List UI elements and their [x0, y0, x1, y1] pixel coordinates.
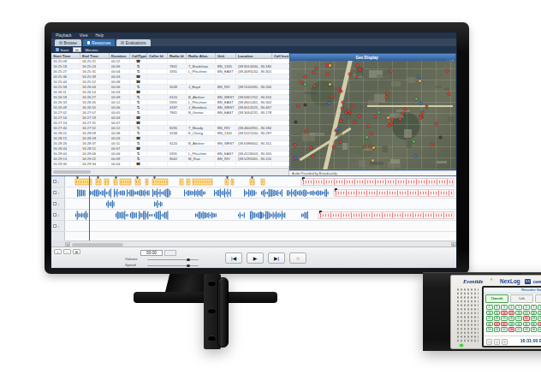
- channel-cell[interactable]: 40: [486, 322, 493, 327]
- table-row[interactable]: 16:29:3016:29:3400:04☎: [51, 162, 288, 167]
- channel-cell[interactable]: 17: [508, 311, 515, 316]
- lcd-tab-alarms[interactable]: Alarms: [535, 294, 541, 303]
- menu-icon[interactable]: ≡: [502, 339, 508, 345]
- waveform-canvas[interactable]: [65, 176, 456, 241]
- map-marker-orange[interactable]: [329, 83, 331, 86]
- menu-item-help[interactable]: Help: [96, 33, 104, 39]
- back-icon[interactable]: ◁: [486, 339, 492, 345]
- channel-cell[interactable]: 15: [494, 311, 501, 316]
- channel-cell[interactable]: 43: [508, 322, 515, 327]
- channel-cell[interactable]: 59: [531, 327, 538, 332]
- record-button[interactable]: ○: [289, 252, 306, 264]
- map-marker-red[interactable]: [326, 73, 329, 75]
- channel-cell[interactable]: 20: [531, 311, 538, 316]
- column-header-unit[interactable]: Unit: [216, 53, 236, 58]
- map-marker-red[interactable]: [370, 133, 372, 135]
- map-marker-red[interactable]: [421, 111, 424, 114]
- lcd-touchscreen[interactable]: Recorder Status ChannelsCallsAlarmsSetup…: [482, 286, 541, 347]
- map-marker-red[interactable]: [315, 67, 318, 69]
- menu-item-view[interactable]: View: [80, 33, 88, 39]
- channel-cell[interactable]: 4: [508, 305, 515, 310]
- map-marker-red[interactable]: [354, 121, 356, 123]
- channel-cell[interactable]: 30: [508, 316, 515, 321]
- map-marker-red[interactable]: [304, 75, 306, 78]
- map-marker-blue[interactable]: [294, 157, 297, 159]
- track-checkbox[interactable]: [53, 180, 56, 183]
- map-marker-blue[interactable]: [419, 102, 422, 104]
- channel-cell[interactable]: 33: [531, 316, 538, 321]
- channel-cell[interactable]: 54: [494, 327, 501, 332]
- channel-cell[interactable]: 60: [538, 327, 541, 332]
- track-audio-icon[interactable]: ♪: [57, 180, 59, 184]
- channel-cell[interactable]: 47: [538, 322, 541, 327]
- zoom-out-icon[interactable]: −: [63, 249, 71, 254]
- track-audio-icon[interactable]: ♪: [57, 191, 59, 195]
- map-marker-red[interactable]: [313, 85, 316, 87]
- map-marker-red[interactable]: [341, 107, 343, 110]
- track-checkbox[interactable]: [53, 191, 56, 194]
- map-marker-dark[interactable]: [304, 104, 306, 106]
- column-header-radio-alias[interactable]: Radio Alias: [187, 53, 216, 58]
- channel-cell[interactable]: 46: [531, 322, 538, 327]
- map-marker-red[interactable]: [391, 118, 394, 121]
- column-header-radio-id[interactable]: Radio Id: [168, 53, 187, 58]
- map-marker-red[interactable]: [355, 75, 358, 78]
- column-header-duration[interactable]: Duration: [110, 53, 130, 58]
- channel-cell[interactable]: 2: [494, 305, 501, 310]
- next-button[interactable]: ▶|: [268, 252, 285, 264]
- channel-cell[interactable]: 29: [501, 316, 508, 321]
- lcd-screen[interactable]: Recorder Status ChannelsCallsAlarmsSetup…: [484, 288, 541, 346]
- map-marker-red[interactable]: [404, 108, 407, 110]
- map-marker-red[interactable]: [312, 71, 315, 74]
- channel-cell[interactable]: 7: [531, 305, 538, 310]
- map-marker-red[interactable]: [348, 73, 351, 75]
- track-checkbox[interactable]: [53, 224, 56, 228]
- volume-slider[interactable]: [147, 259, 199, 261]
- map-marker-green[interactable]: [415, 98, 418, 100]
- speed-knob[interactable]: [187, 264, 190, 268]
- map-marker-red[interactable]: [390, 122, 393, 125]
- home-icon[interactable]: ⌂: [494, 339, 500, 345]
- map-marker-red[interactable]: [388, 124, 390, 127]
- tab-browse[interactable]: Browse: [55, 39, 81, 46]
- channel-cell[interactable]: 41: [494, 322, 501, 327]
- previous-button[interactable]: |◀: [225, 252, 242, 264]
- map-marker-green[interactable]: [413, 140, 415, 143]
- satellite-map[interactable]: [290, 61, 455, 169]
- channel-cell[interactable]: 28: [494, 316, 501, 321]
- map-marker-red[interactable]: [340, 120, 342, 122]
- column-header-location[interactable]: Location: [236, 53, 272, 58]
- track-checkbox[interactable]: [53, 202, 56, 205]
- map-marker-red[interactable]: [351, 104, 354, 107]
- track-audio-icon[interactable]: ♪: [57, 213, 59, 217]
- channel-cell[interactable]: 56: [508, 327, 515, 332]
- menu-item-playback[interactable]: Playback: [56, 33, 72, 39]
- map-marker-red[interactable]: [356, 64, 359, 67]
- track-checkbox[interactable]: [53, 213, 56, 217]
- channel-cell[interactable]: 18: [515, 311, 522, 316]
- map-marker-red[interactable]: [340, 90, 342, 92]
- volume-knob[interactable]: [187, 258, 190, 262]
- map-marker-red[interactable]: [348, 110, 350, 112]
- channel-cell[interactable]: 55: [501, 327, 508, 332]
- map-marker-red[interactable]: [448, 92, 450, 95]
- channel-cell[interactable]: 5: [515, 305, 522, 310]
- timeline-scrollbar[interactable]: ◂ ▸: [65, 241, 456, 246]
- zoom-in-icon[interactable]: +: [54, 249, 62, 254]
- play-button[interactable]: ▶: [247, 252, 264, 264]
- map-marker-red[interactable]: [401, 112, 404, 115]
- map-marker-green[interactable]: [378, 111, 380, 114]
- tab-evaluations[interactable]: Evaluations: [116, 39, 150, 46]
- map-marker-orange[interactable]: [372, 146, 375, 149]
- map-marker-red[interactable]: [374, 116, 377, 118]
- lcd-tab-channels[interactable]: Channels: [485, 294, 508, 303]
- map-marker-red[interactable]: [312, 155, 314, 157]
- channel-cell[interactable]: 19: [523, 311, 530, 316]
- map-marker-blue[interactable]: [328, 102, 330, 104]
- channel-cell[interactable]: 31: [515, 316, 522, 321]
- channel-cell[interactable]: 44: [515, 322, 522, 327]
- channel-cell[interactable]: 57: [515, 327, 522, 332]
- map-marker-red[interactable]: [339, 140, 342, 143]
- save-button[interactable]: Save: [56, 48, 69, 52]
- channel-cell[interactable]: 8: [538, 305, 541, 310]
